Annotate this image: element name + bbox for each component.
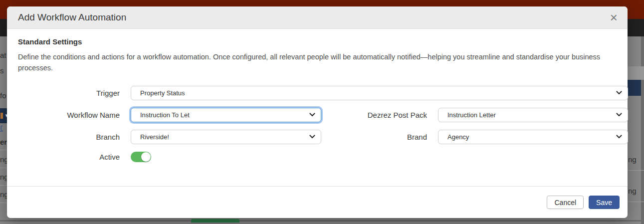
brand-label: Brand [332, 133, 427, 141]
background-horizontal-rule [0, 220, 644, 222]
trigger-label: Trigger [18, 89, 120, 97]
bg-text-fragment: at [0, 51, 6, 59]
workflow-name-label: Workflow Name [18, 111, 120, 119]
trigger-select[interactable]: Property Status [131, 86, 628, 100]
cancel-button[interactable]: Cancel [547, 196, 584, 209]
close-icon[interactable]: × [610, 12, 618, 22]
chevron-down-icon [616, 135, 622, 139]
bg-row-divider [0, 150, 7, 150]
toggle-knob-icon [141, 152, 151, 162]
bg-row-divider [0, 185, 7, 186]
orange-chip [0, 113, 3, 119]
background-right-navy-band [628, 80, 641, 96]
chevron-down-icon [309, 135, 315, 139]
bg-row-divider [0, 203, 7, 203]
trigger-select-value: Property Status [140, 89, 185, 97]
workflow-name-select-value: Instruction To Let [140, 111, 190, 119]
active-label: Active [18, 153, 120, 161]
bg-row-divider [0, 168, 7, 168]
bg-text-fragment: er [0, 138, 7, 146]
workflow-name-select[interactable]: Instruction To Let [131, 108, 321, 122]
background-right-light-band [628, 66, 644, 80]
chevron-down-icon [616, 113, 622, 117]
modal-footer: Cancel Save [7, 186, 628, 218]
modal-body: Standard Settings Define the conditions … [7, 37, 628, 162]
section-title: Standard Settings [18, 37, 617, 46]
bg-row-divider [628, 202, 644, 202]
branch-label: Branch [18, 133, 120, 141]
dezrez-post-pack-select[interactable]: Instruction Letter [438, 108, 628, 122]
brand-select-value: Agency [447, 133, 469, 141]
bg-text-fragment: ng [628, 187, 637, 195]
active-toggle[interactable] [131, 152, 151, 162]
chevron-down-icon [309, 113, 315, 117]
bg-row-divider [628, 170, 644, 171]
bg-text-fragment: fo [0, 91, 6, 100]
brand-select[interactable]: Agency [438, 130, 628, 144]
add-workflow-automation-modal: Add Workflow Automation × Standard Setti… [7, 6, 628, 218]
dezrez-post-pack-label: Dezrez Post Pack [332, 111, 427, 119]
bg-text-fragment: s [0, 66, 4, 75]
settings-form: Trigger Property Status Workflow Name In… [18, 86, 617, 162]
chevron-down-icon [616, 91, 622, 95]
background-right-column [641, 36, 644, 224]
bg-text-fragment: ng [628, 155, 637, 164]
bg-link-fragment: D [0, 124, 3, 132]
save-button[interactable]: Save [589, 196, 620, 209]
background-green-button-fragment [191, 219, 239, 223]
dezrez-post-pack-select-value: Instruction Letter [447, 111, 496, 119]
modal-description: Define the conditions and actions for a … [18, 51, 604, 74]
screen: ▾ at s fo D er ng ng ng ng ng Add Workfl… [0, 0, 644, 224]
branch-select[interactable]: Riverside! [131, 130, 321, 144]
branch-select-value: Riverside! [140, 133, 169, 141]
modal-title: Add Workflow Automation [18, 12, 610, 23]
modal-header: Add Workflow Automation × [7, 6, 628, 29]
